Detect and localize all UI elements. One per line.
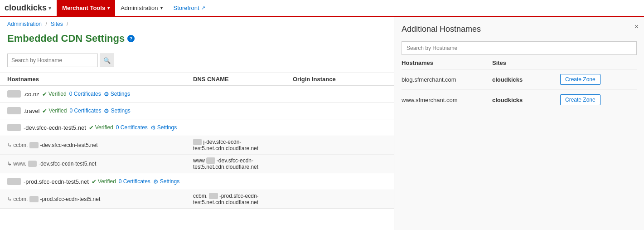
col-hostnames: Hostnames — [7, 76, 193, 83]
verified-icon-2: ✔ — [42, 108, 47, 114]
sub-name-gray-4-1 — [29, 196, 38, 202]
page-title-container: Embedded CDN Settings ? — [0, 31, 394, 50]
left-panel: Administration / Sites / Embedded CDN Se… — [0, 17, 394, 230]
hostname-prefix-blur-4 — [7, 178, 21, 185]
hostname-group-4: -prod.sfcc-ecdn-test5.net ✔ Verified 0 C… — [0, 173, 394, 209]
verified-icon-1: ✔ — [42, 91, 47, 98]
hostname-group-3: -dev.sfcc-ecdn-test5.net ✔ Verified 0 Ce… — [0, 119, 394, 173]
hostname-main-row-2: .travel ✔ Verified 0 Certificates ⚙ Sett… — [0, 103, 394, 119]
cname-gray-3-2 — [206, 157, 215, 164]
top-nav: cloudkicks ▾ Merchant Tools ▾ Administra… — [0, 0, 644, 17]
create-zone-btn-2[interactable]: Create Zone — [560, 94, 600, 105]
close-button[interactable]: × — [634, 23, 639, 31]
panel-table-header: Hostnames Sites — [402, 55, 637, 69]
verified-icon-4: ✔ — [92, 178, 97, 185]
panel-row-1: blog.sfmerchant.com cloudkicks Create Zo… — [402, 69, 637, 90]
sub-cname-3-1: j-dev.sfcc-ecdn-test5.net.cdn.cloudflare… — [193, 139, 293, 152]
administration-chevron: ▾ — [160, 5, 163, 10]
search-input[interactable] — [7, 54, 98, 67]
hostname-main-row-3: -dev.sfcc-ecdn-test5.net ✔ Verified 0 Ce… — [0, 119, 394, 136]
brand-name: cloudkicks — [5, 3, 47, 13]
external-link-icon: ↗ — [201, 5, 205, 11]
hostname-label-2: .travel ✔ Verified 0 Certificates ⚙ Sett… — [7, 107, 131, 114]
hostname-prefix-blur-1 — [7, 90, 21, 98]
settings-icon-1: ⚙ — [104, 91, 109, 98]
merchant-tools-chevron: ▾ — [107, 5, 110, 10]
search-bar: 🔍 — [0, 50, 394, 73]
hostname-suffix-1: .co.nz — [24, 91, 39, 98]
verified-badge-1: ✔ Verified — [42, 91, 67, 98]
hostname-label-1: .co.nz ✔ Verified 0 Certificates ⚙ Setti… — [7, 90, 130, 98]
cname-gray-3-1 — [193, 139, 202, 145]
cert-link-3[interactable]: 0 Certificates — [116, 124, 148, 131]
sub-hostname-4-1: ↳ ccbm. -prod.sfcc-ecdn-test5.net — [7, 193, 193, 206]
sub-hostname-3-1: ↳ ccbm. -dev.sfcc-ecdn-test5.net — [7, 139, 193, 152]
hostname-sub-row-3-1: ↳ ccbm. -dev.sfcc-ecdn-test5.net j-dev.s… — [0, 136, 394, 154]
main-layout: Administration / Sites / Embedded CDN Se… — [0, 17, 644, 230]
panel-site-2: cloudkicks — [492, 97, 560, 103]
settings-link-3[interactable]: ⚙ Settings — [150, 124, 177, 131]
breadcrumb: Administration / Sites / — [0, 17, 394, 31]
cname-gray-4-1 — [209, 193, 218, 199]
hostname-prefix-blur-3 — [7, 124, 21, 131]
col-origin-instance: Origin Instance — [293, 76, 387, 83]
verified-badge-4: ✔ Verified — [92, 178, 116, 185]
nav-merchant-tools[interactable]: Merchant Tools ▾ — [57, 0, 115, 17]
verified-badge-3: ✔ Verified — [89, 124, 113, 131]
help-icon[interactable]: ? — [127, 35, 135, 42]
right-panel: Additional Hostnames × Hostnames Sites b… — [394, 17, 644, 230]
sub-name-gray-3-1 — [29, 142, 38, 148]
panel-title: Additional Hostnames — [402, 24, 637, 34]
panel-hostname-1: blog.sfmerchant.com — [402, 76, 492, 83]
settings-link-2[interactable]: ⚙ Settings — [104, 108, 130, 114]
settings-link-4[interactable]: ⚙ Settings — [153, 178, 179, 185]
hostname-prefix-blur-2 — [7, 107, 21, 114]
settings-icon-2: ⚙ — [104, 108, 109, 114]
panel-col-sites: Sites — [492, 59, 560, 66]
cert-link-2[interactable]: 0 Certificates — [69, 108, 101, 114]
panel-row-2: www.sfmerchant.com cloudkicks Create Zon… — [402, 90, 637, 110]
verified-icon-3: ✔ — [89, 124, 94, 131]
col-dns-cname: DNS CNAME — [193, 76, 293, 83]
search-button[interactable]: 🔍 — [100, 54, 114, 67]
hostname-group-1: .co.nz ✔ Verified 0 Certificates ⚙ Setti… — [0, 86, 394, 103]
hostname-label-4: -prod.sfcc-ecdn-test5.net ✔ Verified 0 C… — [7, 178, 179, 185]
breadcrumb-sites[interactable]: Sites — [51, 21, 63, 27]
settings-icon-4: ⚙ — [153, 178, 159, 185]
hostname-sub-row-4-1: ↳ ccbm. -prod.sfcc-ecdn-test5.net ccbm. … — [0, 190, 394, 208]
hostname-group-2: .travel ✔ Verified 0 Certificates ⚙ Sett… — [0, 103, 394, 119]
create-zone-btn-1[interactable]: Create Zone — [560, 74, 600, 85]
sub-name-gray-3-2 — [28, 161, 37, 167]
cert-link-1[interactable]: 0 Certificates — [69, 91, 101, 97]
verified-label-1: Verified — [48, 91, 67, 97]
hostname-main-row-4: -prod.sfcc-ecdn-test5.net ✔ Verified 0 C… — [0, 173, 394, 190]
hostname-label-3: -dev.sfcc-ecdn-test5.net ✔ Verified 0 Ce… — [7, 124, 177, 131]
sub-hostname-3-2: ↳ www. -dev.sfcc-ecdn-test5.net — [7, 157, 193, 170]
hostname-suffix-4: -prod.sfcc-ecdn-test5.net — [24, 178, 89, 185]
settings-icon-3: ⚙ — [150, 124, 156, 131]
panel-hostname-2: www.sfmerchant.com — [402, 97, 492, 103]
nav-storefront[interactable]: Storefront ↗ — [168, 0, 211, 17]
hostname-suffix-2: .travel — [24, 108, 39, 114]
breadcrumb-administration[interactable]: Administration — [7, 21, 42, 27]
panel-search — [402, 41, 637, 55]
hostname-sub-row-3-2: ↳ www. -dev.sfcc-ecdn-test5.net www -dev… — [0, 154, 394, 173]
brand-chevron: ▾ — [48, 5, 51, 11]
verified-badge-2: ✔ Verified — [42, 108, 67, 114]
table-header: Hostnames DNS CNAME Origin Instance — [0, 73, 394, 86]
sub-cname-3-2: www -dev.sfcc-ecdn-test5.net.cdn.cloudfl… — [193, 157, 293, 170]
hostname-suffix-3: -dev.sfcc-ecdn-test5.net — [24, 124, 86, 131]
settings-link-1[interactable]: ⚙ Settings — [104, 91, 130, 98]
panel-search-input[interactable] — [402, 41, 637, 55]
panel-col-hostnames: Hostnames — [402, 59, 492, 66]
sub-cname-4-1: ccbm. -prod.sfcc-ecdn-test5.net.cdn.clou… — [193, 193, 293, 206]
cert-link-4[interactable]: 0 Certificates — [119, 178, 150, 185]
hostname-main-row-1: .co.nz ✔ Verified 0 Certificates ⚙ Setti… — [0, 86, 394, 102]
page-title: Embedded CDN Settings — [7, 33, 125, 44]
nav-administration[interactable]: Administration ▾ — [115, 0, 168, 17]
panel-site-1: cloudkicks — [492, 76, 560, 83]
